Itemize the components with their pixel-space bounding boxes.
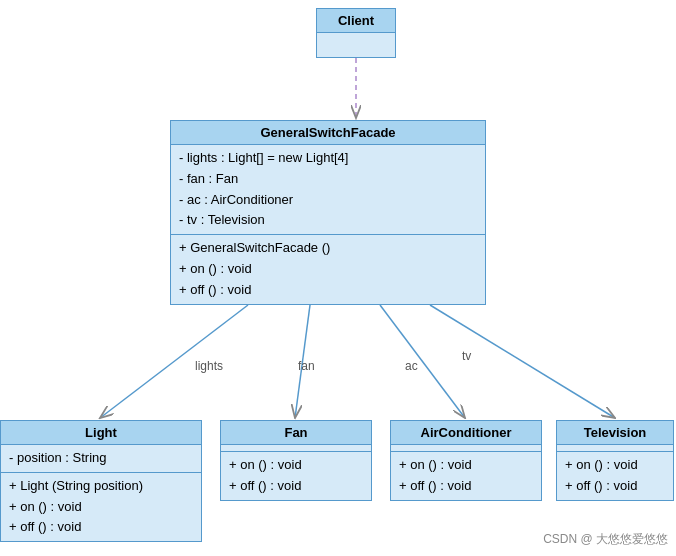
facade-method-1: + on () : void	[179, 259, 477, 280]
light-attributes: - position : String	[1, 445, 201, 473]
facade-box: GeneralSwitchFacade - lights : Light[] =…	[170, 120, 486, 305]
svg-line-3	[295, 305, 310, 418]
svg-line-4	[380, 305, 465, 418]
client-box: Client	[316, 8, 396, 58]
facade-attr-1: - fan : Fan	[179, 169, 477, 190]
facade-attr-0: - lights : Light[] = new Light[4]	[179, 148, 477, 169]
diagram: lights fan ac tv Client GeneralSwitchFac…	[0, 0, 676, 556]
fan-empty	[221, 445, 371, 452]
client-body	[317, 33, 395, 53]
fan-header: Fan	[221, 421, 371, 445]
tv-empty	[557, 445, 673, 452]
facade-attr-3: - tv : Television	[179, 210, 477, 231]
ac-method-0: + on () : void	[399, 455, 533, 476]
client-header: Client	[317, 9, 395, 33]
light-method-1: + on () : void	[9, 497, 193, 518]
light-method-2: + off () : void	[9, 517, 193, 538]
facade-methods: + GeneralSwitchFacade () + on () : void …	[171, 235, 485, 303]
svg-text:tv: tv	[462, 349, 471, 363]
facade-header: GeneralSwitchFacade	[171, 121, 485, 145]
svg-text:lights: lights	[195, 359, 223, 373]
light-header: Light	[1, 421, 201, 445]
facade-method-2: + off () : void	[179, 280, 477, 301]
tv-header: Television	[557, 421, 673, 445]
light-box: Light - position : String + Light (Strin…	[0, 420, 202, 542]
ac-empty	[391, 445, 541, 452]
svg-line-5	[430, 305, 615, 418]
fan-methods: + on () : void + off () : void	[221, 452, 371, 500]
svg-text:fan: fan	[298, 359, 315, 373]
facade-attributes: - lights : Light[] = new Light[4] - fan …	[171, 145, 485, 235]
svg-text:ac: ac	[405, 359, 418, 373]
tv-method-0: + on () : void	[565, 455, 665, 476]
fan-method-1: + off () : void	[229, 476, 363, 497]
facade-method-0: + GeneralSwitchFacade ()	[179, 238, 477, 259]
tv-box: Television + on () : void + off () : voi…	[556, 420, 674, 501]
tv-methods: + on () : void + off () : void	[557, 452, 673, 500]
ac-box: AirConditioner + on () : void + off () :…	[390, 420, 542, 501]
ac-methods: + on () : void + off () : void	[391, 452, 541, 500]
light-method-0: + Light (String position)	[9, 476, 193, 497]
fan-box: Fan + on () : void + off () : void	[220, 420, 372, 501]
facade-attr-2: - ac : AirConditioner	[179, 190, 477, 211]
ac-header: AirConditioner	[391, 421, 541, 445]
ac-method-1: + off () : void	[399, 476, 533, 497]
light-attr-0: - position : String	[9, 448, 193, 469]
light-methods: + Light (String position) + on () : void…	[1, 473, 201, 541]
watermark: CSDN @ 大悠悠爱悠悠	[543, 531, 668, 548]
svg-line-2	[100, 305, 248, 418]
fan-method-0: + on () : void	[229, 455, 363, 476]
tv-method-1: + off () : void	[565, 476, 665, 497]
